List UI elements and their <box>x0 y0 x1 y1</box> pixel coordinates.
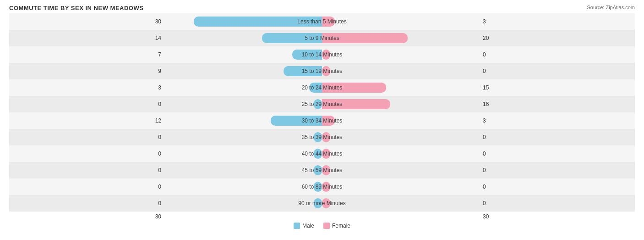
dual-bar: 45 to 59 Minutes <box>165 165 479 175</box>
table-row: 040 to 44 Minutes0 <box>9 145 635 162</box>
male-value: 0 <box>9 101 165 107</box>
female-bar-half <box>322 116 479 126</box>
table-row: 060 to 89 Minutes0 <box>9 179 635 195</box>
male-bar-half <box>165 132 322 142</box>
dual-bar: 35 to 39 Minutes <box>165 132 479 142</box>
male-legend-box <box>294 223 300 229</box>
chart-container: COMMUTE TIME BY SEX IN NEW MEADOWS Sourc… <box>0 0 644 240</box>
male-bar-half <box>165 50 322 60</box>
table-row: 045 to 59 Minutes0 <box>9 162 635 179</box>
bar-label: 15 to 19 Minutes <box>302 68 343 74</box>
female-value: 3 <box>479 18 635 25</box>
dual-bar: 90 or more Minutes <box>165 198 479 208</box>
female-value: 16 <box>479 101 635 107</box>
male-value: 0 <box>9 184 165 190</box>
female-bar-half <box>322 165 479 175</box>
dual-bar: 30 to 34 Minutes <box>165 116 479 126</box>
table-row: 1230 to 34 Minutes3 <box>9 112 635 129</box>
female-value: 0 <box>479 51 635 58</box>
male-value: 0 <box>9 167 165 173</box>
table-row: 035 to 39 Minutes0 <box>9 129 635 145</box>
male-legend-label: Male <box>302 223 314 229</box>
bar-label: 20 to 24 Minutes <box>302 84 343 91</box>
female-bar-half <box>322 99 479 109</box>
female-value: 0 <box>479 151 635 157</box>
bar-label: 5 to 9 Minutes <box>305 35 339 41</box>
table-row: 025 to 29 Minutes16 <box>9 96 635 112</box>
female-bar-half <box>322 66 479 76</box>
legend-male: Male <box>294 223 314 229</box>
dual-bar: 15 to 19 Minutes <box>165 66 479 76</box>
table-row: 915 to 19 Minutes0 <box>9 63 635 79</box>
male-bar-half <box>165 116 322 126</box>
female-bar-half <box>322 149 479 159</box>
dual-bar: 25 to 29 Minutes <box>165 99 479 109</box>
bar-label: 90 or more Minutes <box>298 200 345 207</box>
source-label: Source: ZipAtlas.com <box>587 5 635 10</box>
table-row: 30Less than 5 Minutes3 <box>9 13 635 30</box>
dual-bar: Less than 5 Minutes <box>165 17 479 27</box>
table-row: 090 or more Minutes0 <box>9 195 635 212</box>
male-value: 14 <box>9 35 165 41</box>
female-legend-box <box>323 223 330 229</box>
male-bar-half <box>165 149 322 159</box>
bar-label: 35 to 39 Minutes <box>302 134 343 140</box>
axis-row: 30 30 <box>9 213 635 220</box>
male-value: 0 <box>9 134 165 140</box>
female-bar-half <box>322 33 479 43</box>
dual-bar: 40 to 44 Minutes <box>165 149 479 159</box>
female-bar-half <box>322 182 479 192</box>
dual-bar: 10 to 14 Minutes <box>165 50 479 60</box>
male-bar-half <box>165 83 322 93</box>
male-bar-half <box>165 33 322 43</box>
female-value: 15 <box>479 84 635 91</box>
male-bar-half <box>165 99 322 109</box>
male-value: 3 <box>9 84 165 91</box>
female-legend-label: Female <box>332 223 350 229</box>
bar-label: 40 to 44 Minutes <box>302 151 343 157</box>
female-value: 0 <box>479 184 635 190</box>
female-value: 3 <box>479 117 635 124</box>
chart-title: COMMUTE TIME BY SEX IN NEW MEADOWS <box>9 5 635 11</box>
male-value: 9 <box>9 68 165 74</box>
bar-label: 60 to 89 Minutes <box>302 184 343 190</box>
bars-area: 30Less than 5 Minutes3145 to 9 Minutes20… <box>9 13 635 212</box>
female-value: 0 <box>479 200 635 207</box>
bar-label: Less than 5 Minutes <box>297 18 346 25</box>
dual-bar: 60 to 89 Minutes <box>165 182 479 192</box>
male-value: 7 <box>9 51 165 58</box>
table-row: 145 to 9 Minutes20 <box>9 30 635 46</box>
bar-label: 25 to 29 Minutes <box>302 101 343 107</box>
male-value: 0 <box>9 151 165 157</box>
legend-female: Female <box>323 223 350 229</box>
bar-label: 30 to 34 Minutes <box>302 117 343 124</box>
female-value: 20 <box>479 35 635 41</box>
axis-left-value: 30 <box>9 213 165 220</box>
bar-label: 45 to 59 Minutes <box>302 167 343 173</box>
dual-bar: 20 to 24 Minutes <box>165 83 479 93</box>
male-bar-half <box>165 182 322 192</box>
male-value: 0 <box>9 200 165 207</box>
female-value: 0 <box>479 167 635 173</box>
male-bar-half <box>165 165 322 175</box>
male-bar-half <box>165 66 322 76</box>
table-row: 710 to 14 Minutes0 <box>9 46 635 63</box>
female-bar-half <box>322 83 479 93</box>
dual-bar: 5 to 9 Minutes <box>165 33 479 43</box>
female-value: 0 <box>479 68 635 74</box>
bar-label: 10 to 14 Minutes <box>302 51 343 58</box>
table-row: 320 to 24 Minutes15 <box>9 79 635 96</box>
legend: Male Female <box>9 223 635 229</box>
female-bar-half <box>322 132 479 142</box>
female-bar-half <box>322 50 479 60</box>
axis-right-value: 30 <box>479 213 635 220</box>
male-value: 12 <box>9 117 165 124</box>
female-value: 0 <box>479 134 635 140</box>
male-value: 30 <box>9 18 165 25</box>
